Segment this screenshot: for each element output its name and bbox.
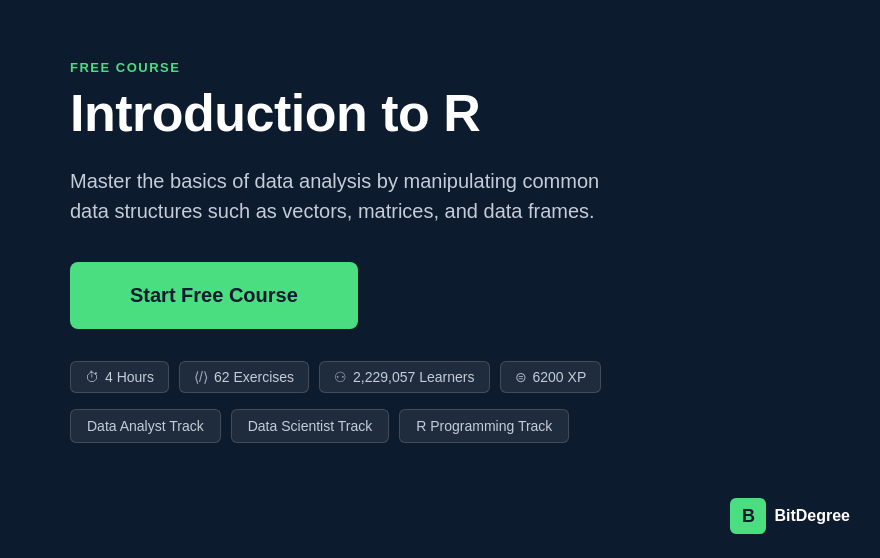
course-title: Introduction to R bbox=[70, 85, 630, 142]
bitdegree-icon: B bbox=[730, 498, 766, 534]
badge-text: 6200 XP bbox=[533, 369, 587, 385]
free-course-label: FREE COURSE bbox=[70, 60, 630, 75]
meta-badge: ⟨/⟩62 Exercises bbox=[179, 361, 309, 393]
meta-badges-container: ⏱4 Hours⟨/⟩62 Exercises⚇2,229,057 Learne… bbox=[70, 361, 630, 393]
course-description: Master the basics of data analysis by ma… bbox=[70, 166, 610, 226]
badge-text: 2,229,057 Learners bbox=[353, 369, 474, 385]
track-badge[interactable]: R Programming Track bbox=[399, 409, 569, 443]
badge-icon: ⊜ bbox=[515, 369, 527, 385]
badge-icon: ⟨/⟩ bbox=[194, 369, 208, 385]
bitdegree-name: BitDegree bbox=[774, 507, 850, 525]
badge-icon: ⚇ bbox=[334, 369, 347, 385]
track-badge[interactable]: Data Scientist Track bbox=[231, 409, 390, 443]
badge-text: 4 Hours bbox=[105, 369, 154, 385]
meta-badge: ⏱4 Hours bbox=[70, 361, 169, 393]
meta-badge: ⚇2,229,057 Learners bbox=[319, 361, 489, 393]
bitdegree-logo: B BitDegree bbox=[730, 498, 850, 534]
main-content: FREE COURSE Introduction to R Master the… bbox=[0, 0, 700, 503]
track-badge[interactable]: Data Analyst Track bbox=[70, 409, 221, 443]
meta-badge: ⊜6200 XP bbox=[500, 361, 602, 393]
start-course-button[interactable]: Start Free Course bbox=[70, 262, 358, 329]
badge-icon: ⏱ bbox=[85, 369, 99, 385]
track-badges-container: Data Analyst TrackData Scientist TrackR … bbox=[70, 409, 630, 443]
badge-text: 62 Exercises bbox=[214, 369, 294, 385]
